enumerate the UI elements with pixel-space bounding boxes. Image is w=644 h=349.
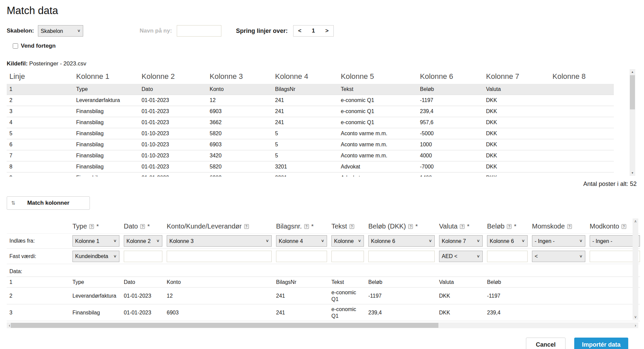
match-columns-button[interactable]: ⇅ Match kolonner <box>7 196 90 210</box>
source-cell: 5820 <box>207 164 272 170</box>
scroll-up-icon[interactable]: ∧ <box>633 218 638 224</box>
preview-cell: -1197 <box>487 293 532 299</box>
source-scrollbar-thumb[interactable] <box>630 75 635 109</box>
import-data-button[interactable]: Importér data <box>574 338 628 349</box>
scroll-up-icon[interactable]: ▲ <box>630 69 635 75</box>
invert-sign-checkbox[interactable] <box>13 43 18 49</box>
fixed-value-input-konto[interactable] <box>167 251 272 262</box>
preview-data-label: Data: <box>9 268 640 275</box>
help-icon[interactable]: ? <box>304 224 309 229</box>
source-row: 3Finansbilag01-01-20236903241e-conomic Q… <box>7 106 614 117</box>
preview-cell: Konto <box>167 279 276 286</box>
fixed-value-cell <box>331 251 368 262</box>
template-select-wrap: Skabelon ∨ <box>38 25 83 37</box>
source-cell: 01-10-2023 <box>139 142 207 148</box>
source-cell: 1400 <box>417 175 483 177</box>
load-from-select-type[interactable]: Kolonne 1 <box>72 235 119 247</box>
required-asterisk: * <box>415 223 418 230</box>
preview-cell: Finansbilag <box>72 309 124 316</box>
source-cell: 1000 <box>417 142 483 148</box>
load-from-select-bilagsnr[interactable]: Kolonne 4 <box>276 235 327 247</box>
total-records-value: 52 <box>630 181 637 187</box>
mapping-vertical-scrollbar[interactable]: ∧ ∨ <box>633 218 638 320</box>
skip-lines-decrement-button[interactable]: < <box>298 28 302 34</box>
load-from-select-valuta[interactable]: Kolonne 7 <box>439 235 483 247</box>
field-label: Modkonto <box>590 222 619 230</box>
skip-lines-increment-button[interactable]: > <box>325 28 329 34</box>
source-cell: 5820 <box>207 131 272 137</box>
scroll-down-icon[interactable]: ∨ <box>633 314 638 320</box>
source-column-header: Kolonne 3 <box>207 72 272 81</box>
load-from-select-belob-dkk[interactable]: Kolonne 6 <box>368 235 435 247</box>
source-cell: DKK <box>483 164 550 170</box>
field-label: Konto/Kunde/Leverandør <box>167 222 242 230</box>
help-icon[interactable]: ? <box>567 224 572 229</box>
source-cell: -7000 <box>417 164 483 170</box>
preview-cell: e-conomic Q1 <box>331 306 368 319</box>
load-from-cell: Kolonne 3∨ <box>167 235 276 247</box>
help-icon[interactable]: ? <box>460 224 465 229</box>
fixed-value-select-type[interactable]: Kundeindbeta <box>72 251 119 262</box>
source-column-header: Kolonne 5 <box>338 72 417 81</box>
source-cell: 12 <box>207 97 272 103</box>
mapping-fixed-value-row: Fast værdi:Kundeindbeta∨AED <∨<∨ <box>7 249 640 264</box>
fixed-value-input-dato[interactable] <box>124 251 162 262</box>
fixed-value-cell <box>276 251 331 262</box>
preview-cell: 239,4 <box>487 309 532 316</box>
load-from-select-dato[interactable]: Kolonne 2 <box>124 235 162 247</box>
fixed-value-input-bilagsnr[interactable] <box>276 251 327 262</box>
load-from-select-belob[interactable]: Kolonne 6 <box>487 235 528 247</box>
field-label: Dato <box>124 222 138 230</box>
load-from-select-valuta-wrap: Kolonne 7∨ <box>439 235 483 247</box>
source-cell: Tekst <box>338 86 417 92</box>
help-icon[interactable]: ? <box>140 224 145 229</box>
fixed-value-input-belob[interactable] <box>487 251 528 262</box>
help-icon[interactable]: ? <box>622 224 626 229</box>
fixed-value-select-momskode[interactable]: < <box>532 251 585 262</box>
field-header-belob: Beløb?* <box>487 222 532 230</box>
load-from-select-belob-dkk-wrap: Kolonne 6∨ <box>368 235 435 247</box>
line-number: 7 <box>7 153 73 159</box>
scroll-right-icon[interactable]: › <box>633 322 638 328</box>
source-column-header: Kolonne 1 <box>73 72 139 81</box>
required-asterisk: * <box>514 223 516 230</box>
source-cell: 3420 <box>207 153 272 159</box>
preview-cell: -1197 <box>368 293 439 299</box>
preview-cell: Beløb <box>487 279 532 286</box>
source-cell: DKK <box>483 175 550 177</box>
fixed-value-cell <box>368 251 439 262</box>
help-icon[interactable]: ? <box>244 224 249 229</box>
source-cell: Aconto varme m.m. <box>338 142 417 148</box>
preview-cell: 241 <box>276 309 331 316</box>
fixed-value-input-belob-dkk[interactable] <box>368 251 435 262</box>
new-name-input[interactable] <box>177 25 221 37</box>
load-from-cell: Kolonne∨ <box>331 235 368 247</box>
source-row: 6Finansbilag01-10-202369035Aconto varme … <box>7 139 614 150</box>
source-table-body: 1TypeDatoKontoBilagsNrTekstBeløbValuta2L… <box>7 84 635 177</box>
source-row: 1TypeDatoKontoBilagsNrTekstBeløbValuta <box>7 84 614 95</box>
source-cell: 5 <box>272 153 338 159</box>
help-icon[interactable]: ? <box>350 224 354 229</box>
fixed-value-select-valuta[interactable]: AED < <box>439 251 483 262</box>
template-select[interactable]: Skabelon <box>38 25 83 37</box>
cancel-button[interactable]: Cancel <box>526 338 566 349</box>
horizontal-scrollbar[interactable]: ‹ › <box>7 322 638 328</box>
line-number: 6 <box>7 142 73 148</box>
source-vertical-scrollbar[interactable]: ▲ ▼ <box>630 69 635 176</box>
load-from-select-tekst[interactable]: Kolonne <box>331 235 364 247</box>
horizontal-scrollbar-thumb[interactable] <box>11 323 438 328</box>
line-number: 8 <box>7 164 73 170</box>
load-from-select-momskode[interactable]: - Ingen - <box>532 235 585 247</box>
source-table: LinjeKolonne 1Kolonne 2Kolonne 3Kolonne … <box>7 68 635 177</box>
field-header-valuta: Valuta?* <box>439 222 487 230</box>
source-cell: Finansbilag <box>73 164 139 170</box>
source-cell: Dato <box>139 86 207 92</box>
help-icon[interactable]: ? <box>89 224 94 229</box>
fixed-value-input-tekst[interactable] <box>331 251 364 262</box>
line-number: 2 <box>7 293 72 299</box>
help-icon[interactable]: ? <box>507 224 512 229</box>
scroll-down-icon[interactable]: ▼ <box>630 170 635 176</box>
load-from-select-konto-wrap: Kolonne 3∨ <box>167 235 272 247</box>
help-icon[interactable]: ? <box>408 224 413 229</box>
load-from-select-konto[interactable]: Kolonne 3 <box>167 235 272 247</box>
